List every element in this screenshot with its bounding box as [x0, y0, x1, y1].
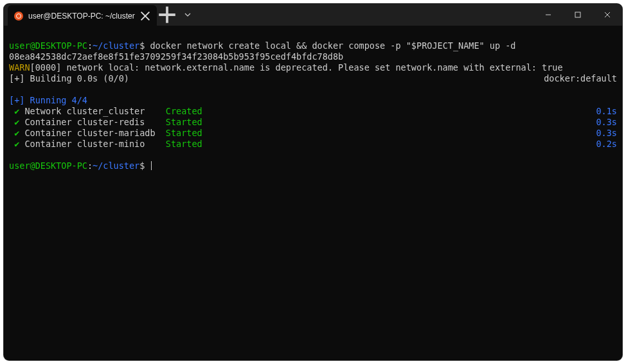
item-name: Container cluster-minio: [24, 139, 165, 150]
item-time: 0.3s: [596, 128, 617, 139]
compose-item-row: ✔ Container cluster-redis Started 0.3s: [9, 117, 617, 128]
svg-rect-0: [575, 12, 580, 17]
prompt-symbol: $: [139, 160, 145, 171]
output-warn-line: WARN[0000] network local: network.extern…: [9, 62, 563, 73]
item-state: Started: [166, 139, 213, 150]
tab-close-button[interactable]: [140, 11, 150, 21]
item-name: Container cluster-mariadb: [24, 128, 165, 139]
terminal-body[interactable]: user@DESKTOP-PC:~/cluster$ docker networ…: [4, 26, 622, 187]
maximize-button[interactable]: [563, 4, 593, 26]
titlebar: user@DESKTOP-PC: ~/cluster: [4, 4, 622, 26]
tab-dropdown-button[interactable]: [177, 4, 198, 26]
check-icon: ✔: [9, 117, 24, 128]
output-building-line: [+] Building 0.0s (0/0)docker:default: [9, 73, 617, 84]
cursor: [151, 161, 152, 170]
compose-item-row: ✔ Network cluster_cluster Created 0.1s: [9, 106, 617, 117]
compose-item-row: ✔ Container cluster-mariadb Started 0.3s: [9, 128, 617, 139]
warn-code: [0000]: [30, 62, 62, 73]
item-name: Network cluster_cluster: [24, 106, 165, 117]
check-icon: ✔: [9, 139, 24, 150]
ubuntu-icon: [14, 12, 23, 21]
compose-items: ✔ Network cluster_cluster Created 0.1s ✔…: [9, 106, 617, 150]
item-time: 0.1s: [596, 106, 617, 117]
terminal-window: user@DESKTOP-PC: ~/cluster user@DESKTOP-…: [4, 4, 622, 360]
output-running-line: [+] Running 4/4: [9, 95, 87, 105]
tab-title: user@DESKTOP-PC: ~/cluster: [28, 12, 135, 21]
new-tab-button[interactable]: [157, 4, 177, 26]
warn-msg: network local: network.external.name is …: [61, 62, 562, 73]
command-text: docker network create local && docker co…: [145, 40, 515, 51]
item-state: Started: [166, 117, 213, 128]
prompt-line-1: user@DESKTOP-PC:~/cluster$ docker networ…: [9, 40, 515, 51]
minimize-button[interactable]: [533, 4, 563, 26]
prompt-colon: :: [87, 160, 93, 171]
titlebar-drag-area[interactable]: [198, 4, 533, 26]
prompt-user-host: user@DESKTOP-PC: [9, 40, 87, 51]
item-time: 0.3s: [596, 117, 617, 128]
prompt-user-host: user@DESKTOP-PC: [9, 160, 87, 171]
check-icon: ✔: [9, 128, 24, 139]
compose-item-row: ✔ Container cluster-minio Started 0.2s: [9, 139, 617, 150]
output-hash: 08ea842538dc72aef8e8f51fe3709259f34f2308…: [9, 51, 343, 62]
item-time: 0.2s: [596, 139, 617, 150]
warn-tag: WARN: [9, 62, 30, 73]
item-state: Created: [166, 106, 213, 117]
building-left: [+] Building 0.0s (0/0): [9, 73, 129, 84]
tab-active[interactable]: user@DESKTOP-PC: ~/cluster: [8, 5, 157, 27]
close-window-button[interactable]: [593, 4, 622, 26]
item-name: Container cluster-redis: [24, 117, 165, 128]
prompt-colon: :: [87, 40, 93, 51]
building-right: docker:default: [544, 73, 617, 84]
prompt-path: ~/cluster: [93, 40, 139, 51]
item-state: Started: [166, 128, 213, 139]
prompt-path: ~/cluster: [93, 160, 139, 171]
prompt-line-2: user@DESKTOP-PC:~/cluster$: [9, 160, 152, 171]
window-controls: [533, 4, 622, 26]
check-icon: ✔: [9, 106, 24, 117]
